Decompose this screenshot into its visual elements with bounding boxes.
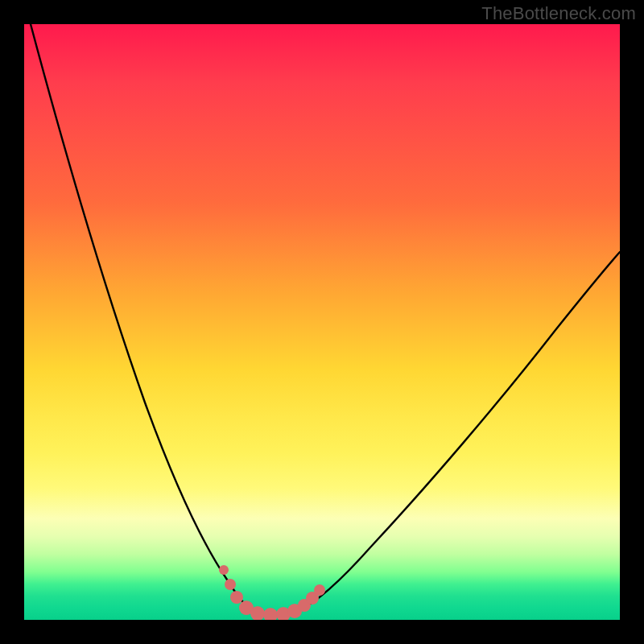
svg-point-10 <box>314 584 325 596</box>
optimum-markers <box>219 565 325 620</box>
svg-point-5 <box>263 608 278 620</box>
svg-point-1 <box>225 579 236 590</box>
svg-point-2 <box>230 591 243 604</box>
watermark-text: TheBottleneck.com <box>481 3 636 24</box>
bottleneck-curve <box>31 24 620 615</box>
plot-area <box>24 24 620 620</box>
svg-point-0 <box>219 565 229 575</box>
chart-frame: TheBottleneck.com <box>0 0 644 644</box>
curve-layer <box>24 24 620 620</box>
